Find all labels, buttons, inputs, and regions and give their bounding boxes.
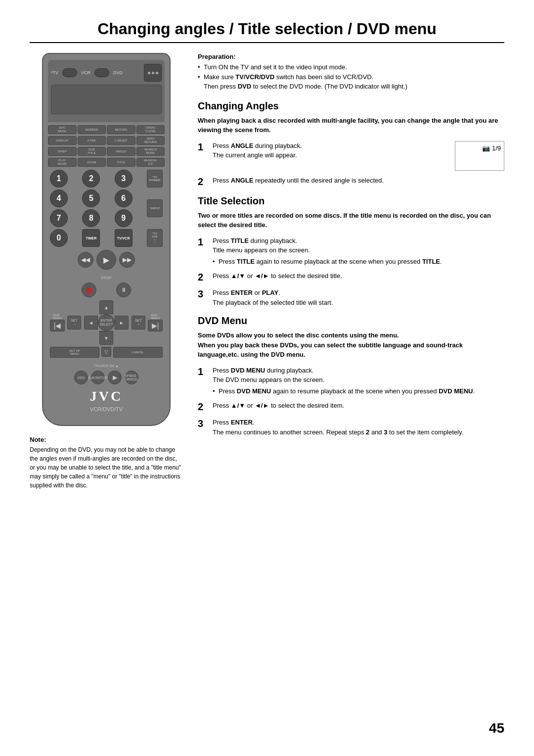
title-step-3: 3 Press ENTER or PLAY.The playback of th… — [198, 288, 504, 307]
zoom-btn[interactable]: ZOOM — [78, 158, 106, 167]
dvd-menu-bold-2: DVD MENU — [237, 387, 271, 395]
marker-btn[interactable]: MARKER — [78, 125, 106, 134]
dvd-step-1: 1 Press DVD MENU during playback.The DVD… — [198, 366, 504, 396]
num-1-btn[interactable]: 1 — [50, 170, 68, 188]
play-btn[interactable]: ▶ — [96, 250, 116, 270]
set-right-area: SET+ — [132, 316, 145, 330]
sub-title-btn[interactable]: SUBTITLE — [78, 147, 106, 156]
sub-title-label: SUBTITLE — [88, 148, 95, 154]
tv-power-btn[interactable]: *TVPOWER — [147, 170, 163, 188]
ff-btn[interactable]: ▶▶ — [119, 252, 135, 268]
title-btn[interactable]: TITLE — [107, 158, 135, 167]
skip-index-left-label: SKIPINDEX — [53, 314, 62, 320]
cancel-btn[interactable]: CANCEL — [113, 347, 163, 358]
zero-return-btn[interactable]: ZERORETURN — [136, 136, 165, 145]
power-button[interactable] — [144, 64, 162, 82]
dvd-step-3-content: Press ENTER. The menu continues to anoth… — [213, 418, 504, 437]
angle-step-1-content: Press ANGLE during playback.The current … — [213, 141, 450, 160]
display-btn[interactable]: DISPLAY — [48, 136, 77, 145]
note-text: Depending on the DVD, you may not be abl… — [30, 445, 183, 490]
dpad-down-2[interactable]: ▽ — [101, 347, 111, 357]
a-trk-btn[interactable]: A.TRK — [78, 136, 106, 145]
left-right-arrow-dvd: ◄/► — [255, 402, 269, 409]
main-layout: *TV VCR DVD — [30, 53, 504, 490]
tv-button[interactable] — [62, 68, 77, 77]
play-mode-btn[interactable]: PLAYMODE — [48, 158, 77, 167]
dpad-up-btn[interactable]: ▲ — [99, 300, 113, 314]
dpad-left-btn[interactable]: ◄ — [84, 316, 98, 330]
rec-btn[interactable] — [82, 283, 96, 297]
angle-label: ANGLE — [116, 150, 126, 153]
slow-icon: ▶ — [113, 374, 117, 381]
vcr-dvd-tv-label: VCR/DVD/TV — [48, 406, 165, 412]
left-right-arrow: ◄/► — [255, 272, 269, 280]
num-5-btn[interactable]: 5° — [82, 189, 100, 207]
search-mode-label: SEARCHMODE — [144, 148, 157, 154]
step-3-bold: 3 — [384, 428, 387, 436]
slow-btn[interactable]: ▶ — [108, 371, 122, 384]
set-plus-btn[interactable]: SET+ — [132, 316, 145, 330]
num-2-btn[interactable]: 2 — [82, 170, 100, 188]
set-minus-label: SET− — [71, 319, 78, 327]
dvd-menu-bold: DVD MENU — [231, 367, 265, 374]
title-step-1-sub: Press TITLE again to resume playback at … — [213, 257, 504, 267]
monitor-btn[interactable]: A.MONITOR — [91, 371, 105, 384]
set-minus-btn[interactable]: SET− — [67, 316, 81, 330]
num-0-btn[interactable]: 0 — [50, 229, 68, 247]
dvd-step-3-number: 3 — [198, 418, 208, 429]
num-7-btn[interactable]: 7 — [50, 209, 68, 227]
num-3-btn[interactable]: 3 — [115, 170, 133, 188]
note-section: Note: Depending on the DVD, you may not … — [30, 436, 183, 490]
rew-btn[interactable]: ◀◀ — [78, 252, 93, 268]
open-close-btn[interactable]: OPEN/CLOSE — [136, 125, 165, 134]
osd-btn[interactable]: OSD — [74, 371, 88, 384]
sp-ep-btn[interactable]: SP/EP — [48, 147, 77, 156]
tv-vol-btn[interactable]: *TVVOL+− — [147, 229, 163, 247]
vcr-button[interactable] — [94, 68, 109, 77]
title-step-1-text: Press TITLE during playback.Title menu a… — [213, 236, 504, 255]
timer-btn[interactable]: TIMER — [82, 229, 100, 247]
angle-step-1: 1 Press ANGLE during playback.The curren… — [198, 141, 504, 171]
num-8-btn[interactable]: 8 — [82, 209, 100, 227]
pause-btn[interactable]: ⏸ — [116, 283, 131, 297]
tv-vcr-btn[interactable]: TV/VCR — [115, 229, 133, 247]
zero-return-label: ZERORETURN — [144, 137, 157, 143]
speed-cancel-btn[interactable]: SPEEDCANCEL — [125, 371, 138, 384]
enter-select-btn[interactable]: ENTERSELECT — [98, 314, 115, 331]
skip-left-btn[interactable]: |◀ — [50, 320, 65, 331]
tv-input-label: *INPUT — [150, 207, 160, 210]
set-left-area: SET− — [67, 316, 81, 330]
num-9-btn[interactable]: 9 — [115, 209, 133, 227]
remote-top-section: *TV VCR DVD — [48, 60, 165, 122]
search-mode-btn[interactable]: SEARCHMODE — [136, 147, 165, 156]
angle-step-1-number: 1 — [198, 141, 208, 153]
numpad-grid-container: 1 2 3 4 5° 6 7 8 9 0 TIMER TV/VCR — [50, 170, 145, 247]
c-reset-btn[interactable]: C.RESET — [107, 136, 135, 145]
cancel-label: CANCEL — [132, 351, 144, 354]
dvd-menu-bold-3: DVD MENU — [439, 387, 473, 395]
power-dot-2 — [152, 72, 154, 74]
dvd-menu-heading: DVD Menu — [198, 315, 504, 327]
menu-row: SET UPMENU ▽ CANCEL — [48, 347, 165, 358]
tv-input-btn[interactable]: *INPUT — [147, 199, 163, 217]
angle-step-1-text: Press ANGLE during playback.The current … — [213, 141, 450, 160]
return-btn[interactable]: RETURN — [107, 125, 135, 134]
num-6-btn[interactable]: 6 — [115, 189, 133, 207]
dpad-right-btn[interactable]: ► — [115, 316, 129, 330]
setup-menu-label: SET UPMENU — [69, 349, 80, 355]
skip-right-btn[interactable]: ▶| — [148, 320, 163, 331]
vcr-label: VCR — [81, 70, 90, 75]
dvd-step-3-text: Press ENTER. The menu continues to anoth… — [213, 418, 504, 437]
play-bold: PLAY — [262, 289, 278, 296]
angle-btn[interactable]: ANGLE — [107, 147, 135, 156]
jvc-logo: JVC — [48, 388, 165, 404]
setup-menu-btn[interactable]: SET UPMENU — [50, 347, 99, 358]
dvd-label-btn: DVD — [113, 70, 123, 75]
title-step-3-text: Press ENTER or PLAY.The playback of the … — [213, 288, 504, 307]
dvc-menu-btn[interactable]: DVCMENU — [48, 125, 77, 134]
num-4-btn[interactable]: 4 — [50, 189, 68, 207]
play-mode-label: PLAYMODE — [58, 159, 67, 165]
musical-ab-btn[interactable]: MUSICALA.B — [136, 158, 165, 167]
c-reset-label: C.RESET — [115, 139, 128, 142]
dpad-down-btn[interactable]: ▼ — [99, 331, 113, 345]
